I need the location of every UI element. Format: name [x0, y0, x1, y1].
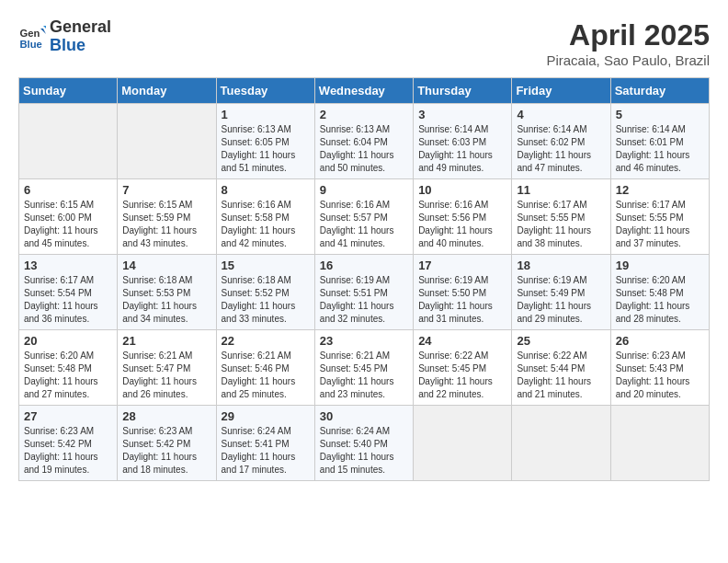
day-cell: 16Sunrise: 6:19 AM Sunset: 5:51 PM Dayli… — [314, 255, 413, 330]
day-number: 18 — [517, 259, 605, 272]
day-info: Sunrise: 6:13 AM Sunset: 6:05 PM Dayligh… — [222, 123, 310, 175]
day-cell: 24Sunrise: 6:22 AM Sunset: 5:45 PM Dayli… — [414, 330, 512, 406]
day-number: 23 — [320, 334, 408, 348]
svg-text:Blue: Blue — [20, 39, 42, 50]
day-info: Sunrise: 6:21 AM Sunset: 5:45 PM Dayligh… — [320, 350, 408, 401]
day-info: Sunrise: 6:20 AM Sunset: 5:48 PM Dayligh… — [616, 274, 704, 326]
day-cell: 27Sunrise: 6:23 AM Sunset: 5:42 PM Dayli… — [19, 406, 118, 481]
day-cell: 2Sunrise: 6:13 AM Sunset: 6:04 PM Daylig… — [314, 104, 413, 179]
day-info: Sunrise: 6:13 AM Sunset: 6:04 PM Dayligh… — [320, 123, 408, 175]
day-info: Sunrise: 6:14 AM Sunset: 6:03 PM Dayligh… — [418, 123, 506, 175]
day-info: Sunrise: 6:16 AM Sunset: 5:56 PM Dayligh… — [418, 199, 506, 250]
day-number: 16 — [320, 259, 408, 272]
day-cell: 6Sunrise: 6:15 AM Sunset: 6:00 PM Daylig… — [19, 179, 118, 255]
day-cell: 9Sunrise: 6:16 AM Sunset: 5:57 PM Daylig… — [314, 179, 413, 255]
day-info: Sunrise: 6:23 AM Sunset: 5:42 PM Dayligh… — [122, 425, 210, 477]
header-sunday: Sunday — [19, 78, 118, 104]
day-cell: 11Sunrise: 6:17 AM Sunset: 5:55 PM Dayli… — [512, 179, 610, 255]
day-number: 24 — [418, 334, 506, 348]
day-number: 3 — [418, 108, 506, 121]
day-info: Sunrise: 6:18 AM Sunset: 5:52 PM Dayligh… — [222, 274, 310, 326]
day-cell — [414, 406, 512, 481]
month-title: April 2025 — [546, 18, 710, 52]
day-number: 10 — [418, 183, 506, 197]
page-header: Gen Blue General Blue April 2025 Piracai… — [18, 18, 710, 68]
day-info: Sunrise: 6:17 AM Sunset: 5:55 PM Dayligh… — [616, 199, 704, 250]
day-cell: 1Sunrise: 6:13 AM Sunset: 6:05 PM Daylig… — [216, 104, 314, 179]
day-number: 13 — [24, 259, 112, 272]
day-number: 20 — [24, 334, 112, 348]
svg-marker-2 — [40, 29, 46, 34]
day-info: Sunrise: 6:21 AM Sunset: 5:47 PM Dayligh… — [122, 350, 210, 401]
day-number: 14 — [122, 259, 210, 272]
day-number: 21 — [122, 334, 210, 348]
day-number: 26 — [616, 334, 704, 348]
day-number: 5 — [616, 108, 704, 121]
day-number: 22 — [222, 334, 310, 348]
day-cell: 23Sunrise: 6:21 AM Sunset: 5:45 PM Dayli… — [314, 330, 413, 406]
day-cell: 12Sunrise: 6:17 AM Sunset: 5:55 PM Dayli… — [610, 179, 709, 255]
day-cell: 25Sunrise: 6:22 AM Sunset: 5:44 PM Dayli… — [512, 330, 610, 406]
day-number: 1 — [222, 108, 310, 121]
logo: Gen Blue General Blue — [18, 18, 111, 55]
day-number: 7 — [122, 183, 210, 197]
header-wednesday: Wednesday — [314, 78, 413, 104]
day-cell: 26Sunrise: 6:23 AM Sunset: 5:43 PM Dayli… — [610, 330, 709, 406]
week-row-4: 20Sunrise: 6:20 AM Sunset: 5:48 PM Dayli… — [19, 330, 710, 406]
day-number: 8 — [222, 183, 310, 197]
day-cell — [118, 104, 216, 179]
day-cell: 28Sunrise: 6:23 AM Sunset: 5:42 PM Dayli… — [118, 406, 216, 481]
day-cell: 3Sunrise: 6:14 AM Sunset: 6:03 PM Daylig… — [414, 104, 512, 179]
day-cell: 21Sunrise: 6:21 AM Sunset: 5:47 PM Dayli… — [118, 330, 216, 406]
svg-text:Gen: Gen — [20, 28, 40, 39]
day-info: Sunrise: 6:24 AM Sunset: 5:40 PM Dayligh… — [320, 425, 408, 477]
day-cell: 22Sunrise: 6:21 AM Sunset: 5:46 PM Dayli… — [216, 330, 314, 406]
logo-text-line1: General — [50, 18, 111, 37]
day-number: 29 — [222, 409, 310, 423]
day-number: 15 — [222, 259, 310, 272]
day-info: Sunrise: 6:15 AM Sunset: 6:00 PM Dayligh… — [24, 199, 112, 250]
calendar-table: SundayMondayTuesdayWednesdayThursdayFrid… — [18, 77, 710, 481]
day-number: 25 — [517, 334, 605, 348]
header-saturday: Saturday — [610, 78, 709, 104]
day-info: Sunrise: 6:22 AM Sunset: 5:45 PM Dayligh… — [418, 350, 506, 401]
day-info: Sunrise: 6:14 AM Sunset: 6:01 PM Dayligh… — [616, 123, 704, 175]
day-cell: 7Sunrise: 6:15 AM Sunset: 5:59 PM Daylig… — [118, 179, 216, 255]
day-cell: 5Sunrise: 6:14 AM Sunset: 6:01 PM Daylig… — [610, 104, 709, 179]
day-info: Sunrise: 6:15 AM Sunset: 5:59 PM Dayligh… — [122, 199, 210, 250]
day-info: Sunrise: 6:19 AM Sunset: 5:51 PM Dayligh… — [320, 274, 408, 326]
header-friday: Friday — [512, 78, 610, 104]
day-number: 6 — [24, 183, 112, 197]
day-cell: 29Sunrise: 6:24 AM Sunset: 5:41 PM Dayli… — [216, 406, 314, 481]
day-cell: 20Sunrise: 6:20 AM Sunset: 5:48 PM Dayli… — [19, 330, 118, 406]
day-info: Sunrise: 6:21 AM Sunset: 5:46 PM Dayligh… — [222, 350, 310, 401]
week-row-2: 6Sunrise: 6:15 AM Sunset: 6:00 PM Daylig… — [19, 179, 710, 255]
day-info: Sunrise: 6:19 AM Sunset: 5:49 PM Dayligh… — [517, 274, 605, 326]
header-thursday: Thursday — [414, 78, 512, 104]
day-number: 9 — [320, 183, 408, 197]
day-info: Sunrise: 6:23 AM Sunset: 5:42 PM Dayligh… — [24, 425, 112, 477]
day-info: Sunrise: 6:24 AM Sunset: 5:41 PM Dayligh… — [222, 425, 310, 477]
day-cell: 19Sunrise: 6:20 AM Sunset: 5:48 PM Dayli… — [610, 255, 709, 330]
location-subtitle: Piracaia, Sao Paulo, Brazil — [546, 52, 710, 68]
title-block: April 2025 Piracaia, Sao Paulo, Brazil — [546, 18, 710, 68]
day-cell: 17Sunrise: 6:19 AM Sunset: 5:50 PM Dayli… — [414, 255, 512, 330]
day-info: Sunrise: 6:19 AM Sunset: 5:50 PM Dayligh… — [418, 274, 506, 326]
day-cell — [19, 104, 118, 179]
week-row-1: 1Sunrise: 6:13 AM Sunset: 6:05 PM Daylig… — [19, 104, 710, 179]
day-number: 17 — [418, 259, 506, 272]
day-cell — [512, 406, 610, 481]
day-cell: 15Sunrise: 6:18 AM Sunset: 5:52 PM Dayli… — [216, 255, 314, 330]
calendar-header-row: SundayMondayTuesdayWednesdayThursdayFrid… — [19, 78, 710, 104]
logo-icon: Gen Blue — [18, 23, 46, 51]
day-number: 27 — [24, 409, 112, 423]
day-info: Sunrise: 6:14 AM Sunset: 6:02 PM Dayligh… — [517, 123, 605, 175]
day-cell: 18Sunrise: 6:19 AM Sunset: 5:49 PM Dayli… — [512, 255, 610, 330]
day-cell: 4Sunrise: 6:14 AM Sunset: 6:02 PM Daylig… — [512, 104, 610, 179]
day-info: Sunrise: 6:18 AM Sunset: 5:53 PM Dayligh… — [122, 274, 210, 326]
header-monday: Monday — [118, 78, 216, 104]
week-row-3: 13Sunrise: 6:17 AM Sunset: 5:54 PM Dayli… — [19, 255, 710, 330]
day-number: 12 — [616, 183, 704, 197]
day-number: 28 — [122, 409, 210, 423]
header-tuesday: Tuesday — [216, 78, 314, 104]
